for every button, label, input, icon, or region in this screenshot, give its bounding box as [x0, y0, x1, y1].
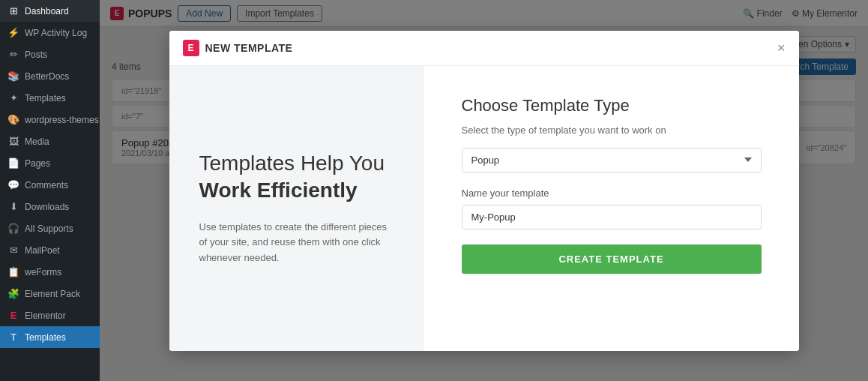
- modal-overlay[interactable]: E NEW TEMPLATE × Templates Help You Work…: [100, 0, 868, 381]
- modal-left-heading: Templates Help You Work Efficiently: [199, 150, 394, 205]
- templates-bottom-icon: T: [7, 332, 19, 343]
- modal-elementor-icon: E: [183, 40, 199, 56]
- modal-header: E NEW TEMPLATE ×: [169, 31, 799, 66]
- modal: E NEW TEMPLATE × Templates Help You Work…: [169, 31, 799, 351]
- main-content: E POPUPS Add New Import Templates 🔍 Find…: [100, 0, 868, 381]
- modal-title-wrap: E NEW TEMPLATE: [183, 40, 293, 56]
- name-label: Name your template: [462, 188, 762, 199]
- sidebar-item-pages[interactable]: 📄 Pages: [0, 152, 100, 174]
- sidebar-item-wp-activity[interactable]: ⚡ WP Activity Log: [0, 22, 100, 44]
- themes-icon: 🎨: [7, 114, 19, 125]
- downloads-icon: ⬇: [7, 201, 19, 212]
- sidebar: ⊞ Dashboard ⚡ WP Activity Log ✏ Posts 📚 …: [0, 0, 100, 381]
- media-icon: 🖼: [7, 136, 19, 147]
- sidebar-item-elementor[interactable]: E Elementor: [0, 304, 100, 326]
- pages-icon: 📄: [7, 158, 19, 169]
- activity-icon: ⚡: [7, 27, 19, 38]
- modal-right-panel: Choose Template Type Select the type of …: [424, 66, 799, 351]
- sidebar-item-media[interactable]: 🖼 Media: [0, 130, 100, 152]
- template-name-input[interactable]: [462, 205, 762, 230]
- modal-left-description: Use templates to create the different pi…: [199, 220, 394, 266]
- sidebar-item-posts[interactable]: ✏ Posts: [0, 44, 100, 65]
- sidebar-item-downloads[interactable]: ⬇ Downloads: [0, 196, 100, 218]
- modal-left-panel: Templates Help You Work Efficiently Use …: [169, 66, 424, 351]
- sidebar-item-templates[interactable]: ✦ Templates: [0, 87, 100, 109]
- sidebar-item-element-pack[interactable]: 🧩 Element Pack: [0, 283, 100, 304]
- choose-type-subtitle: Select the type of template you want to …: [462, 124, 762, 136]
- weforms-icon: 📋: [7, 266, 19, 278]
- sidebar-item-all-supports[interactable]: 🎧 All Supports: [0, 218, 100, 239]
- posts-icon: ✏: [7, 49, 19, 60]
- sidebar-item-wordpress-themes[interactable]: 🎨 wordpress-themes: [0, 109, 100, 130]
- supports-icon: 🎧: [7, 223, 19, 234]
- elementor-icon: E: [7, 310, 19, 321]
- templates-icon: ✦: [7, 92, 19, 104]
- comments-icon: 💬: [7, 179, 19, 190]
- sidebar-item-comments[interactable]: 💬 Comments: [0, 174, 100, 196]
- template-type-select[interactable]: Popup Section Page Header Footer: [462, 148, 762, 172]
- mailpoet-icon: ✉: [7, 244, 19, 256]
- betterdocs-icon: 📚: [7, 70, 19, 82]
- choose-type-title: Choose Template Type: [462, 96, 762, 116]
- sidebar-item-templates-bottom[interactable]: T Templates: [0, 326, 100, 348]
- sidebar-item-dashboard[interactable]: ⊞ Dashboard: [0, 0, 100, 22]
- sidebar-item-weforms[interactable]: 📋 weForms: [0, 261, 100, 283]
- dashboard-icon: ⊞: [7, 5, 19, 16]
- modal-title: NEW TEMPLATE: [205, 42, 293, 54]
- modal-close-button[interactable]: ×: [777, 41, 786, 55]
- sidebar-item-betterdocs[interactable]: 📚 BetterDocs: [0, 65, 100, 87]
- create-template-button[interactable]: CREATE TEMPLATE: [462, 244, 762, 274]
- sidebar-item-mailpoet[interactable]: ✉ MailPoet: [0, 239, 100, 261]
- element-pack-icon: 🧩: [7, 288, 19, 299]
- modal-body: Templates Help You Work Efficiently Use …: [169, 66, 799, 351]
